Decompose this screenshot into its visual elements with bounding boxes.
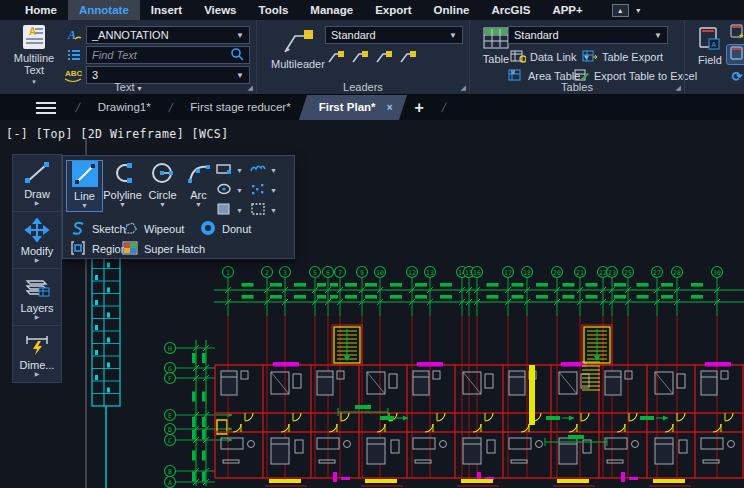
data-link-button[interactable]: Data Link▼ bbox=[510, 49, 590, 65]
tool-polyline-button[interactable]: Polyline▼ bbox=[104, 160, 141, 212]
rectangle-icon bbox=[215, 162, 233, 178]
flyout-arrow-icon: ▶ bbox=[35, 258, 40, 263]
tab-drawing1[interactable]: Drawing1* bbox=[86, 95, 163, 120]
tool-revcloud-button[interactable]: ▼ bbox=[249, 162, 277, 178]
field-button[interactable]: A Field bbox=[691, 26, 729, 66]
tool-region-button[interactable]: Region bbox=[69, 240, 127, 258]
refresh-button[interactable]: ⟳ bbox=[727, 67, 744, 86]
align-leaders-icon[interactable] bbox=[375, 50, 393, 68]
text-scale-value: 3 bbox=[92, 69, 98, 81]
caret-icon: ▼ bbox=[236, 187, 243, 194]
revcloud-icon bbox=[249, 162, 267, 178]
svg-text:30: 30 bbox=[713, 269, 721, 277]
ribbon-collapse-button[interactable]: ▲ bbox=[612, 4, 629, 17]
svg-text:A: A bbox=[67, 28, 76, 42]
menu-item-annotate[interactable]: Annotate bbox=[68, 0, 140, 20]
tab-close-icon[interactable]: × bbox=[387, 102, 393, 113]
ribbon-options-caret[interactable]: ▼ bbox=[635, 7, 642, 14]
multiline-text-button[interactable]: A Multiline Text ▾ bbox=[8, 24, 60, 88]
tables-panel-expand-icon[interactable]: ◢ bbox=[676, 84, 681, 92]
wipeout-icon bbox=[121, 220, 139, 238]
caret-icon: ▼ bbox=[236, 207, 243, 214]
multiline-text-label: Multiline Text bbox=[8, 52, 60, 76]
tool-ellipse-button[interactable]: ▼ bbox=[215, 182, 243, 198]
panel-leaders: Multileader Standard ▼ Leaders ◢ bbox=[256, 20, 469, 94]
sidebar-modify-button[interactable]: Modify▶ bbox=[12, 211, 62, 269]
add-leader-icon[interactable] bbox=[327, 50, 345, 68]
text-panel-expand-icon[interactable]: ◢ bbox=[248, 84, 253, 92]
svg-text:25: 25 bbox=[624, 269, 632, 277]
text-style-combo[interactable]: _ANNOTATION ▼ bbox=[86, 26, 250, 44]
draw-palette-sidebar: Draw▶Modify▶Layers▶Dime...▶ bbox=[12, 155, 62, 383]
tab-first-stage-reducer[interactable]: First stage reducer* bbox=[178, 95, 302, 120]
menu-item-arcgis[interactable]: ArcGIS bbox=[480, 0, 541, 20]
collect-leaders-icon[interactable] bbox=[399, 50, 417, 68]
tool-circle-button[interactable]: Circle▼ bbox=[144, 160, 181, 212]
tool-points-button[interactable]: ▼ bbox=[249, 182, 277, 198]
tool-label: Donut bbox=[222, 223, 251, 235]
svg-text:ABC: ABC bbox=[65, 69, 82, 78]
tool-wipeout-button[interactable]: Wipeout bbox=[121, 220, 184, 238]
search-icon[interactable] bbox=[230, 47, 244, 63]
leader-style-combo[interactable]: Standard ▼ bbox=[325, 26, 463, 44]
left-dimension-chain: HGFEDCBA bbox=[165, 340, 233, 488]
menu-item-export[interactable]: Export bbox=[364, 0, 422, 20]
leaders-panel-expand-icon[interactable]: ◢ bbox=[461, 84, 466, 92]
dimension-bolt-icon bbox=[23, 332, 51, 358]
multileader-button[interactable]: Multileader bbox=[267, 26, 329, 70]
leaders-panel-footer[interactable]: Leaders bbox=[257, 81, 469, 93]
combo-caret-icon: ▼ bbox=[449, 31, 457, 40]
tool-super-hatch-button[interactable]: Super Hatch bbox=[121, 240, 205, 258]
viewport-controls[interactable]: [-] [Top] [2D Wireframe] [WCS] bbox=[6, 127, 229, 141]
multileader-label: Multileader bbox=[271, 58, 325, 70]
menu-item-tools[interactable]: Tools bbox=[248, 0, 300, 20]
tab-separator: / bbox=[434, 100, 453, 115]
sidebar-dime-button[interactable]: Dime...▶ bbox=[12, 325, 62, 383]
new-tab-button[interactable]: + bbox=[403, 99, 436, 117]
data-link-icon bbox=[510, 49, 526, 65]
text-style-value: _ANNOTATION bbox=[92, 29, 169, 41]
text-style-icon[interactable]: A bbox=[66, 27, 82, 47]
tab-menu-icon[interactable] bbox=[36, 102, 56, 114]
menu-item-home[interactable]: Home bbox=[14, 0, 68, 20]
text-list-icon[interactable] bbox=[66, 47, 82, 67]
menu-item-online[interactable]: Online bbox=[423, 0, 481, 20]
menu-item-insert[interactable]: Insert bbox=[140, 0, 193, 20]
tool-line-button[interactable]: Line▼ bbox=[66, 160, 103, 212]
menu-item-app[interactable]: APP+ bbox=[541, 0, 593, 20]
ellipse-icon bbox=[215, 182, 233, 198]
caret-icon: ▼ bbox=[270, 187, 277, 194]
svg-text:1: 1 bbox=[226, 269, 230, 277]
field-tool-selected-button[interactable] bbox=[727, 45, 744, 64]
tool-sketch-button[interactable]: Sketch bbox=[69, 220, 126, 238]
svg-text:9: 9 bbox=[360, 269, 364, 277]
menu-item-views[interactable]: Views bbox=[193, 0, 247, 20]
update-field-button[interactable]: ★ bbox=[727, 23, 744, 42]
menu-item-manage[interactable]: Manage bbox=[299, 0, 364, 20]
flyout-arrow-icon: ▶ bbox=[35, 201, 40, 206]
tab-first-plan-active[interactable]: First Plan* × bbox=[303, 95, 403, 120]
svg-text:A: A bbox=[168, 479, 172, 487]
table-style-combo[interactable]: Standard ▼ bbox=[508, 26, 668, 44]
caret-icon: ▼ bbox=[119, 201, 126, 208]
svg-text:28: 28 bbox=[673, 269, 681, 277]
sidebar-button-label: Draw bbox=[24, 188, 50, 200]
tool-rectangle-button[interactable]: ▼ bbox=[215, 162, 243, 178]
tool-solid-button[interactable]: ▼ bbox=[215, 202, 243, 218]
tool-arc-button[interactable]: Arc▼ bbox=[180, 160, 217, 212]
table-style-value: Standard bbox=[514, 29, 559, 41]
table-icon bbox=[482, 25, 510, 53]
tool-line-icon bbox=[72, 161, 98, 189]
table-export-button[interactable]: Table Export bbox=[582, 49, 663, 65]
svg-text:18: 18 bbox=[523, 269, 531, 277]
tables-panel-footer[interactable]: Tables bbox=[470, 81, 684, 93]
tool-hatch-box-button[interactable]: ▼ bbox=[249, 202, 277, 218]
find-text-input[interactable]: Find Text bbox=[86, 46, 250, 64]
sidebar-layers-button[interactable]: Layers▶ bbox=[12, 268, 62, 326]
remove-leader-icon[interactable] bbox=[351, 50, 369, 68]
sketch-s-icon bbox=[69, 220, 87, 238]
button-label: Table Export bbox=[602, 51, 663, 63]
sidebar-draw-button[interactable]: Draw▶ bbox=[12, 154, 62, 212]
tool-donut-button[interactable]: Donut bbox=[199, 220, 251, 238]
text-panel-footer[interactable]: Text ▾ bbox=[0, 81, 256, 93]
